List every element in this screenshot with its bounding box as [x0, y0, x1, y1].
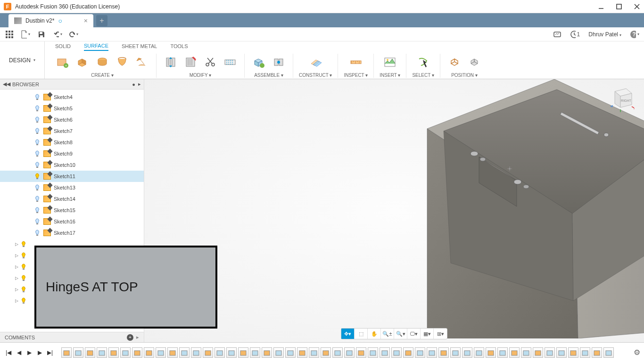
- timeline-feature[interactable]: [403, 347, 413, 358]
- timeline-feature[interactable]: [509, 347, 520, 358]
- user-menu[interactable]: Dhruv Patel▾: [588, 31, 621, 38]
- timeline-feature[interactable]: [191, 347, 201, 358]
- visibility-toggle-icon[interactable]: [34, 230, 41, 236]
- visibility-toggle-icon[interactable]: [34, 173, 41, 180]
- inspect-dropdown[interactable]: INSPECT ▾: [344, 73, 368, 78]
- fillet-button[interactable]: [182, 54, 199, 71]
- tab-sheet-metal[interactable]: SHEET METAL: [122, 43, 157, 50]
- visibility-toggle-icon[interactable]: [20, 286, 27, 293]
- timeline-feature[interactable]: [203, 347, 213, 358]
- close-tab-button[interactable]: ×: [84, 17, 88, 25]
- timeline-feature[interactable]: [568, 347, 578, 358]
- timeline-feature[interactable]: [321, 347, 331, 358]
- timeline-feature[interactable]: [285, 347, 296, 358]
- timeline-feature[interactable]: [179, 347, 190, 358]
- create-dropdown[interactable]: CREATE ▾: [91, 73, 114, 78]
- tree-item-sketch[interactable]: Sketch10: [0, 159, 144, 171]
- add-comment-button[interactable]: +: [127, 334, 133, 341]
- undo-button[interactable]: ▾: [53, 30, 62, 39]
- comments-expand-icon[interactable]: ▸: [136, 334, 139, 340]
- viewport-3d[interactable]: RIGHT z x ✥▾ ⬚ ✋ 🔍± 🔍▾ 🖵▾ ▦▾ ⊞▾: [144, 79, 644, 342]
- browser-collapse-button[interactable]: ◀◀: [3, 81, 10, 87]
- tree-item-sketch[interactable]: Sketch14: [0, 193, 144, 205]
- timeline-feature[interactable]: [97, 347, 107, 358]
- viewcube[interactable]: RIGHT z x: [606, 85, 635, 113]
- look-at-button[interactable]: ⬚: [355, 329, 368, 339]
- tree-item-sketch[interactable]: Sketch4: [0, 91, 144, 103]
- extrude-button[interactable]: [74, 54, 91, 71]
- timeline-feature[interactable]: [580, 347, 590, 358]
- timeline-feature[interactable]: [250, 347, 260, 358]
- comments-bar[interactable]: COMMENTS + ▸: [0, 332, 144, 342]
- position-capture-button[interactable]: [466, 54, 483, 71]
- expand-arrow-icon[interactable]: ▷: [15, 242, 18, 247]
- visibility-toggle-icon[interactable]: [34, 162, 41, 168]
- tree-item-sketch[interactable]: Sketch16: [0, 216, 144, 227]
- trim-button[interactable]: [202, 54, 219, 71]
- position-dropdown[interactable]: POSITION ▾: [451, 73, 478, 78]
- new-tab-button[interactable]: +: [96, 15, 107, 26]
- grid-settings-button[interactable]: ▦▾: [421, 329, 434, 339]
- expand-arrow-icon[interactable]: ▷: [15, 276, 18, 280]
- timeline-feature[interactable]: [108, 347, 119, 358]
- visibility-toggle-icon[interactable]: [20, 263, 27, 270]
- visibility-toggle-icon[interactable]: [34, 150, 41, 157]
- tree-item-sketch[interactable]: Sketch11: [0, 171, 144, 182]
- timeline-feature[interactable]: [262, 347, 272, 358]
- timeline-feature[interactable]: [344, 347, 355, 358]
- timeline-feature[interactable]: [132, 347, 142, 358]
- notifications-button[interactable]: [553, 30, 562, 39]
- tree-item-sketch[interactable]: Sketch15: [0, 205, 144, 216]
- visibility-toggle-icon[interactable]: [34, 207, 41, 214]
- timeline-feature[interactable]: [415, 347, 425, 358]
- timeline-feature[interactable]: [85, 347, 95, 358]
- sweep-button[interactable]: [114, 54, 131, 71]
- document-tab[interactable]: Dustbin v2* ○ ×: [8, 14, 93, 27]
- stitch-button[interactable]: [222, 54, 239, 71]
- timeline-feature[interactable]: [238, 347, 248, 358]
- visibility-toggle-icon[interactable]: [34, 218, 41, 225]
- timeline-feature[interactable]: [427, 347, 437, 358]
- timeline-settings-button[interactable]: ⚙: [634, 348, 640, 357]
- timeline-play-button[interactable]: ▶: [25, 348, 34, 357]
- timeline-feature[interactable]: [61, 347, 72, 358]
- tree-item-sketch[interactable]: Sketch5: [0, 103, 144, 114]
- tab-solid[interactable]: SOLID: [55, 43, 71, 50]
- timeline-feature[interactable]: [486, 347, 496, 358]
- timeline-end-button[interactable]: ▶|: [45, 348, 55, 357]
- workspace-selector[interactable]: DESIGN▾: [0, 41, 45, 79]
- file-menu-button[interactable]: ▾: [21, 30, 30, 39]
- timeline-feature[interactable]: [167, 347, 178, 358]
- timeline-feature[interactable]: [356, 347, 366, 358]
- assemble-dropdown[interactable]: ASSEMBLE ▾: [254, 73, 283, 78]
- expand-arrow-icon[interactable]: ▷: [15, 298, 18, 303]
- timeline-feature[interactable]: [309, 347, 319, 358]
- expand-arrow-icon[interactable]: ▷: [15, 253, 18, 258]
- create-sketch-button[interactable]: +: [54, 54, 71, 71]
- timeline-feature[interactable]: [521, 347, 531, 358]
- fit-button[interactable]: 🔍▾: [394, 329, 407, 339]
- expand-arrow-icon[interactable]: ▷: [15, 287, 18, 292]
- tab-tools[interactable]: TOOLS: [170, 43, 188, 50]
- revolve-button[interactable]: [94, 54, 111, 71]
- timeline-feature[interactable]: [215, 347, 225, 358]
- timeline-feature[interactable]: [533, 347, 543, 358]
- visibility-toggle-icon[interactable]: [34, 139, 41, 146]
- measure-button[interactable]: [347, 54, 364, 71]
- timeline-prev-button[interactable]: ◀: [14, 348, 24, 357]
- browser-settings-button[interactable]: ●: [132, 82, 135, 87]
- redo-button[interactable]: ▾: [69, 30, 78, 39]
- zoom-button[interactable]: 🔍±: [381, 329, 394, 339]
- timeline-feature[interactable]: [438, 347, 449, 358]
- construct-plane-button[interactable]: [307, 54, 324, 71]
- visibility-toggle-icon[interactable]: [34, 116, 41, 123]
- timeline-feature[interactable]: [156, 347, 166, 358]
- position-button[interactable]: [446, 54, 463, 71]
- tree-item-sketch[interactable]: Sketch7: [0, 125, 144, 137]
- construct-dropdown[interactable]: CONSTRUCT ▾: [299, 73, 332, 78]
- timeline-feature[interactable]: [273, 347, 284, 358]
- select-dropdown[interactable]: SELECT ▾: [412, 73, 434, 78]
- timeline-feature[interactable]: [556, 347, 567, 358]
- tree-item-sketch[interactable]: Sketch17: [0, 227, 144, 239]
- timeline-feature[interactable]: [144, 347, 154, 358]
